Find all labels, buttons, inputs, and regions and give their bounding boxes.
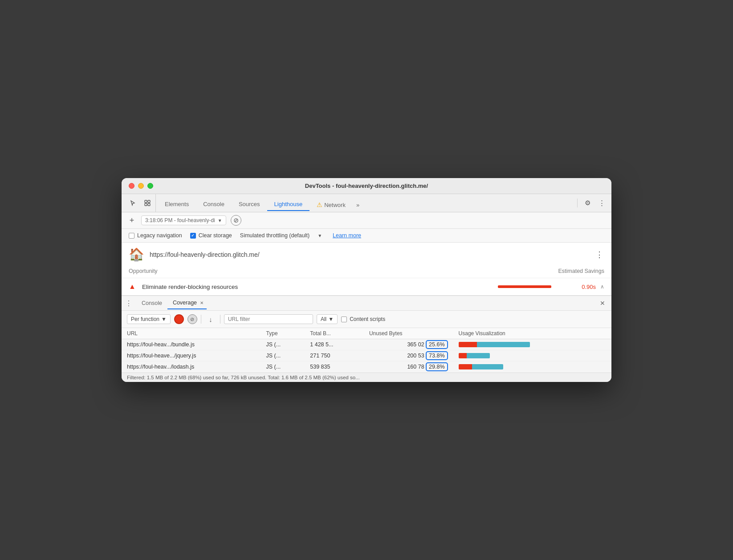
unused-pct-highlight: 73.8% (426, 351, 448, 360)
panel-close-button[interactable]: ✕ (597, 298, 608, 308)
unused-bar (467, 353, 490, 358)
url-input[interactable]: 3:18:06 PM - foul-heavenly-di ▼ (141, 215, 226, 225)
tab-coverage-panel[interactable]: Coverage ✕ (167, 297, 207, 309)
tab-elements[interactable]: Elements (158, 198, 196, 211)
svg-rect-0 (145, 200, 147, 203)
settings-icon[interactable]: ⚙ (581, 197, 594, 209)
more-options-icon[interactable]: ⋮ (595, 197, 608, 209)
col-vis[interactable]: Usage Visualization (453, 328, 611, 339)
throttling-label: Simulated throttling (default) (240, 232, 309, 239)
all-label: All (321, 316, 326, 322)
clear-storage-label: Clear storage (199, 232, 232, 239)
per-function-dropdown[interactable]: Per function ▼ (127, 314, 171, 324)
legacy-navigation-checkbox[interactable]: Legacy navigation (129, 232, 182, 239)
tab-toolbar: Elements Console Sources Lighthouse ⚠ Ne… (122, 194, 611, 212)
unused-bar (477, 342, 530, 347)
opportunity-chevron-icon[interactable]: ∧ (600, 284, 604, 290)
lh-url-bar: 🏠 https://foul-heavenly-direction.glitch… (122, 243, 611, 266)
used-bar (459, 342, 477, 347)
opportunity-warning-icon: ▲ (129, 283, 138, 291)
url-cell: https://foul-heav.../lodash.js (122, 361, 261, 373)
per-function-chevron-icon: ▼ (161, 316, 167, 322)
svg-rect-1 (148, 200, 150, 203)
panel-header: ⋮ Console Coverage ✕ ✕ (122, 296, 611, 311)
opportunity-header: Opportunity (129, 268, 158, 274)
record-button[interactable] (174, 314, 184, 324)
inspect-icon[interactable] (141, 197, 154, 209)
usage-visualization-bar (459, 353, 539, 358)
total-cell: 539 835 (305, 361, 364, 373)
legacy-nav-check[interactable] (129, 233, 134, 239)
tab-sources[interactable]: Sources (232, 198, 267, 211)
status-text: Filtered: 1.5 MB of 2.2 MB (68%) used so… (127, 375, 360, 380)
stop-button[interactable]: ⊘ (187, 314, 197, 324)
tab-console[interactable]: Console (196, 198, 232, 211)
opportunity-bar-fill (498, 285, 551, 288)
table-row: https://foul-heav.../lodash.js JS (... 5… (122, 361, 611, 373)
divider3 (220, 315, 220, 324)
no-entry-icon[interactable]: ⊘ (231, 215, 241, 226)
unused-pct-highlight: 29.8% (426, 362, 448, 371)
clear-storage-checkbox[interactable]: Clear storage (190, 232, 232, 239)
content-scripts-check[interactable] (341, 317, 347, 322)
col-url[interactable]: URL (122, 328, 261, 339)
unused-bytes-cell: 200 53 73.8% (364, 350, 453, 361)
unused-pct-highlight: 25.6% (426, 340, 448, 349)
maximize-button[interactable] (147, 183, 153, 189)
col-type[interactable]: Type (261, 328, 305, 339)
vis-cell (453, 350, 611, 361)
close-button[interactable] (129, 183, 134, 189)
lh-table-header: Opportunity Estimated Savings (122, 266, 611, 278)
learn-more-button[interactable]: Learn more (333, 232, 361, 239)
tab-lighthouse[interactable]: Lighthouse (267, 198, 310, 211)
all-chevron-icon: ▼ (328, 316, 334, 322)
coverage-controls: Per function ▼ ⊘ ↓ All ▼ Content scripts (122, 311, 611, 328)
url-cell: https://foul-heave.../jquery.js (122, 350, 261, 361)
cursor-icon[interactable] (127, 197, 139, 209)
usage-visualization-bar (459, 342, 539, 347)
type-cell: JS (... (261, 339, 305, 350)
content-scripts-label: Content scripts (350, 316, 385, 322)
throttling-dropdown-icon[interactable]: ▼ (318, 233, 322, 238)
toolbar-right: ⚙ ⋮ (575, 197, 608, 209)
svg-rect-2 (145, 203, 147, 206)
estimated-savings-header: Estimated Savings (558, 268, 604, 274)
download-button[interactable]: ↓ (205, 313, 216, 325)
tab-console-panel[interactable]: Console (136, 297, 167, 309)
lighthouse-logo-icon: 🏠 (129, 247, 144, 262)
vis-cell (453, 339, 611, 350)
url-chevron-icon[interactable]: ▼ (218, 218, 222, 223)
coverage-tab-close-icon[interactable]: ✕ (199, 300, 205, 306)
more-tabs-button[interactable]: » (353, 199, 363, 211)
lh-more-options-icon[interactable]: ⋮ (595, 250, 604, 260)
window-title: DevTools - foul-heavenly-direction.glitc… (305, 183, 428, 189)
table-header-row: URL Type Total B... Unused Bytes Usage V… (122, 328, 611, 339)
devtools-window: DevTools - foul-heavenly-direction.glitc… (122, 178, 611, 382)
minimize-button[interactable] (138, 183, 144, 189)
url-time: 3:18:06 PM - foul-heavenly-di (145, 217, 215, 223)
opportunity-bar (498, 285, 569, 288)
content-scripts-checkbox[interactable]: Content scripts (341, 316, 385, 322)
traffic-lights (129, 183, 153, 189)
unused-bar (472, 364, 503, 369)
nav-icons (125, 194, 156, 212)
url-filter-input[interactable] (224, 314, 313, 324)
total-cell: 271 750 (305, 350, 364, 361)
col-unused[interactable]: Unused Bytes (364, 328, 453, 339)
panel-menu-icon[interactable]: ⋮ (125, 299, 133, 308)
unused-bytes-cell: 160 78 29.8% (364, 361, 453, 373)
col-total[interactable]: Total B... (305, 328, 364, 339)
divider2 (201, 315, 201, 324)
vis-cell (453, 361, 611, 373)
used-bar (459, 364, 472, 369)
clear-storage-check[interactable] (190, 233, 196, 239)
status-bar: Filtered: 1.5 MB of 2.2 MB (68%) used so… (122, 373, 611, 382)
table-row: https://foul-heav.../bundle.js JS (... 1… (122, 339, 611, 350)
tab-network[interactable]: ⚠ Network (309, 199, 353, 211)
per-function-label: Per function (131, 316, 159, 322)
all-dropdown[interactable]: All ▼ (317, 314, 338, 324)
add-tab-button[interactable]: + (127, 216, 137, 225)
usage-visualization-bar (459, 364, 539, 369)
opportunity-title: Eliminate render-blocking resources (142, 284, 493, 290)
warning-icon: ⚠ (317, 201, 322, 208)
